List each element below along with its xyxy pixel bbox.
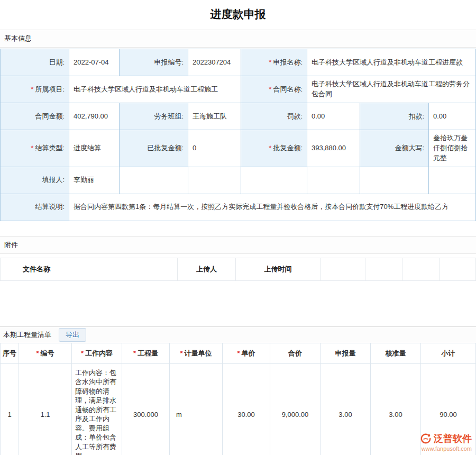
approved-done-value: 0 bbox=[188, 130, 241, 167]
basic-info-section-header: 基本信息 bbox=[0, 30, 476, 48]
empty-cell bbox=[307, 167, 360, 194]
settle-type-label: 结算类型: bbox=[1, 130, 69, 167]
penalty-label: 罚款: bbox=[241, 103, 307, 130]
declare-no-label: 申报编号: bbox=[120, 49, 188, 76]
page-title: 进度款申报 bbox=[0, 0, 476, 30]
col-subtotal: 小计 bbox=[421, 343, 476, 363]
project-label: 所属项目: bbox=[1, 76, 69, 103]
settle-note-value: 据合同内容第四款第1条：每月结算一次，按照乙方实际完成工程量并验收合格后，按本合… bbox=[69, 194, 476, 221]
fanpu-logo-icon bbox=[420, 433, 432, 444]
basic-info-row-4: 结算类型: 进度结算 已批复金额: 0 批复金额: 393,880.00 金额大… bbox=[1, 130, 476, 167]
watermark-brand: 泛普软件 bbox=[434, 432, 472, 445]
basic-info-row-5: 填报人: 李勤丽 bbox=[1, 167, 476, 194]
col-approved-qty: 核准量 bbox=[371, 343, 421, 363]
filler-label: 填报人: bbox=[1, 167, 69, 194]
attachments-empty-area bbox=[0, 281, 476, 326]
basic-info-table: 日期: 2022-07-04 申报编号: 2022307204 申报名称: 电子… bbox=[0, 49, 476, 221]
quantity-list-section-header: 本期工程量清单 导出 bbox=[0, 326, 476, 343]
basic-info-row-3: 合同金额: 402,790.00 劳务班组: 王海施工队 罚款: 0.00 扣款… bbox=[1, 103, 476, 130]
cell-unit: m bbox=[170, 363, 223, 455]
col-total-price: 合价 bbox=[270, 343, 321, 363]
col-code: 编号 bbox=[19, 343, 72, 363]
attachments-section-header: 附件 bbox=[0, 236, 476, 254]
attachments-header-row: 文件名称 上传人 上传时间 bbox=[1, 258, 476, 280]
approved-amount-label: 批复金额: bbox=[241, 130, 307, 167]
contract-amount-label: 合同金额: bbox=[1, 103, 69, 130]
attachments-section: 附件 文件名称 上传人 上传时间 bbox=[0, 236, 476, 326]
empty-cell bbox=[188, 167, 241, 194]
empty-cell bbox=[120, 167, 188, 194]
declare-name-value: 电子科技大学区域人行道及非机动车道工程进度款 bbox=[307, 49, 476, 76]
cell-unit-price: 30.00 bbox=[223, 363, 270, 455]
empty-cell bbox=[321, 258, 365, 280]
filler-value: 李勤丽 bbox=[69, 167, 120, 194]
col-unit: 计量单位 bbox=[170, 343, 223, 363]
amount-caps-value: 叁拾玖万叁仟捌佰捌拾元整 bbox=[429, 130, 476, 167]
quantity-list-table: 序号 编号 工作内容 工程量 计量单位 单价 合价 申报量 核准量 小计 1 1… bbox=[0, 343, 476, 455]
export-button[interactable]: 导出 bbox=[59, 328, 86, 342]
vendor-watermark: 泛普软件 www.fanpusoft.com bbox=[420, 432, 472, 452]
watermark-site: www.fanpusoft.com bbox=[420, 445, 472, 452]
empty-cell bbox=[241, 167, 307, 194]
approved-done-label: 已批复金额: bbox=[120, 130, 188, 167]
contract-amount-value: 402,790.00 bbox=[69, 103, 120, 130]
cell-code: 1.1 bbox=[19, 363, 72, 455]
approved-amount-value: 393,880.00 bbox=[307, 130, 360, 167]
col-seq: 序号 bbox=[1, 343, 19, 363]
labor-team-label: 劳务班组: bbox=[120, 103, 188, 130]
cell-work-content: 工作内容：包含水沟中所有障碍物的清理，满足排水通畅的所有工序及工作内容。费用组成… bbox=[72, 363, 122, 455]
deduction-label: 扣款: bbox=[360, 103, 429, 130]
attachment-col-uploadtime: 上传时间 bbox=[236, 258, 321, 280]
quantity-list-row: 1 1.1 工作内容：包含水沟中所有障碍物的清理，满足排水通畅的所有工序及工作内… bbox=[1, 363, 476, 455]
col-unit-price: 单价 bbox=[223, 343, 270, 363]
col-declared-qty: 申报量 bbox=[321, 343, 371, 363]
quantity-list-title: 本期工程量清单 bbox=[3, 330, 51, 340]
empty-cell bbox=[440, 258, 476, 280]
empty-cell bbox=[360, 167, 429, 194]
cell-total-price: 9,000.00 bbox=[270, 363, 321, 455]
project-value: 电子科技大学区域人行道及非机动车道工程施工 bbox=[69, 76, 241, 103]
attachments-table: 文件名称 上传人 上传时间 bbox=[0, 258, 476, 281]
col-work-content: 工作内容 bbox=[72, 343, 122, 363]
cell-approved-qty: 3.00 bbox=[371, 363, 421, 455]
settle-type-value: 进度结算 bbox=[69, 130, 120, 167]
cell-seq: 1 bbox=[1, 363, 19, 455]
basic-info-row-6: 结算说明: 据合同内容第四款第1条：每月结算一次，按照乙方实际完成工程量并验收合… bbox=[1, 194, 476, 221]
attachment-col-filename: 文件名称 bbox=[1, 258, 178, 280]
basic-info-row-2: 所属项目: 电子科技大学区域人行道及非机动车道工程施工 合同名称: 电子科技大学… bbox=[1, 76, 476, 103]
settle-note-label: 结算说明: bbox=[1, 194, 69, 221]
quantity-list-header-row: 序号 编号 工作内容 工程量 计量单位 单价 合价 申报量 核准量 小计 bbox=[1, 343, 476, 363]
attachment-col-uploader: 上传人 bbox=[178, 258, 236, 280]
cell-quantity: 300.000 bbox=[122, 363, 170, 455]
col-quantity: 工程量 bbox=[122, 343, 170, 363]
empty-cell bbox=[402, 258, 440, 280]
deduction-value: 0.00 bbox=[429, 103, 476, 130]
empty-cell bbox=[365, 258, 402, 280]
basic-info-row-1: 日期: 2022-07-04 申报编号: 2022307204 申报名称: 电子… bbox=[1, 49, 476, 76]
declare-no-value: 2022307204 bbox=[188, 49, 241, 76]
cell-declared-qty: 3.00 bbox=[321, 363, 371, 455]
contract-name-value: 电子科技大学区域人行道及非机动车道工程的劳务分包合同 bbox=[307, 76, 476, 103]
declare-name-label: 申报名称: bbox=[241, 49, 307, 76]
date-value: 2022-07-04 bbox=[69, 49, 120, 76]
contract-name-label: 合同名称: bbox=[241, 76, 307, 103]
amount-caps-label: 金额大写: bbox=[360, 130, 429, 167]
labor-team-value: 王海施工队 bbox=[188, 103, 241, 130]
date-label: 日期: bbox=[1, 49, 69, 76]
penalty-value: 0.00 bbox=[307, 103, 360, 130]
empty-cell bbox=[429, 167, 476, 194]
